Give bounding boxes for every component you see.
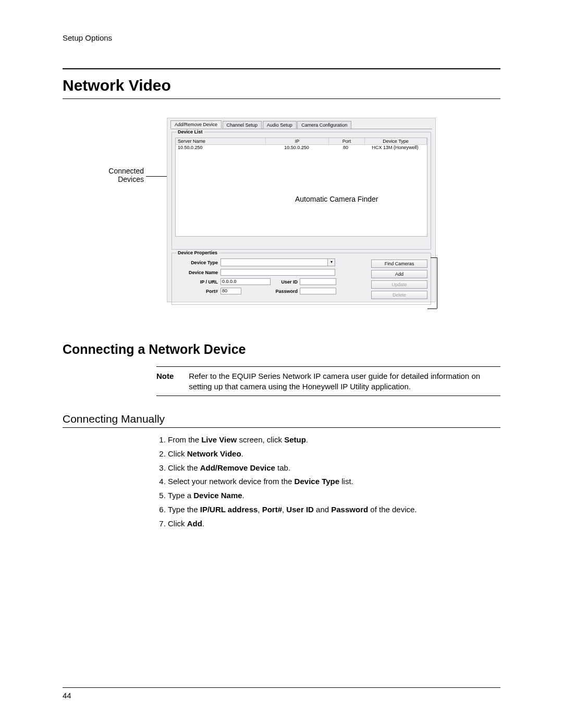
- label-device-type: Device Type: [175, 260, 221, 265]
- group-legend: Device List: [176, 129, 204, 134]
- cell-ip: 10.50.0.250: [265, 145, 328, 151]
- find-cameras-button[interactable]: Find Cameras: [371, 260, 427, 268]
- add-button[interactable]: Add: [371, 270, 427, 278]
- list-item: Click Add.: [168, 519, 500, 529]
- user-id-input[interactable]: [300, 278, 336, 285]
- label-ip-url: IP / URL: [175, 279, 221, 285]
- tab-camera-configuration[interactable]: Camera Configuration: [297, 121, 351, 129]
- page-footer: 44: [63, 687, 500, 700]
- properties-buttons: Find Cameras Add Update Delete: [371, 258, 427, 301]
- note-label: Note: [156, 371, 187, 381]
- steps-list: From the Live View screen, click Setup. …: [156, 435, 500, 528]
- device-list-group: Device List Server Name IP Port Device T…: [172, 132, 431, 250]
- delete-button[interactable]: Delete: [371, 291, 427, 299]
- device-list-table[interactable]: Server Name IP Port Device Type 10.50.0.…: [175, 138, 427, 237]
- col-ip[interactable]: IP: [266, 138, 329, 145]
- figure-area: Connected Devices Add/Remove Device Chan…: [63, 118, 500, 311]
- network-video-dialog: Add/Remove Device Channel Setup Audio Se…: [167, 118, 436, 302]
- list-item: Click the Add/Remove Device tab.: [168, 463, 500, 473]
- list-item: Select your network device from the Devi…: [168, 477, 500, 487]
- leader-line: [427, 309, 437, 309]
- leader-line: [437, 257, 437, 309]
- label-device-name: Device Name: [175, 270, 221, 275]
- properties-form: Device Type ▾ Device Name IP / URL 0.0.0…: [175, 258, 371, 301]
- tab-strip: Add/Remove Device Channel Setup Audio Se…: [167, 118, 435, 129]
- page-number: 44: [63, 691, 71, 700]
- cell-port: 80: [328, 145, 363, 151]
- page-header: Setup Options: [63, 33, 500, 42]
- leader-line: [431, 257, 437, 258]
- device-type-select[interactable]: ▾: [221, 258, 335, 266]
- tab-add-remove-device[interactable]: Add/Remove Device: [170, 120, 222, 128]
- section-heading: Connecting a Network Device: [63, 342, 500, 357]
- col-device-type[interactable]: Device Type: [365, 138, 427, 145]
- table-row[interactable]: 10.50.0.250 10.50.0.250 80 HCX 13M (Hone…: [176, 145, 427, 151]
- rule-under-title: [63, 98, 500, 99]
- device-name-input[interactable]: [221, 269, 335, 276]
- list-item: Type the IP/URL address, Port#, User ID …: [168, 505, 500, 515]
- note-text: Refer to the EQUIP Series Network IP cam…: [189, 371, 499, 391]
- label-password: Password: [271, 289, 300, 294]
- annotation-auto-camera-finder: Automatic Camera Finder: [295, 195, 378, 203]
- page-title: Network Video: [63, 77, 500, 94]
- col-server-name[interactable]: Server Name: [176, 138, 266, 145]
- ip-url-input[interactable]: 0.0.0.0: [221, 278, 271, 285]
- subsection-heading: Connecting Manually: [63, 413, 500, 428]
- label-port-num: Port#: [175, 289, 221, 294]
- device-properties-group: Device Properties Device Type ▾ Device N…: [172, 253, 431, 305]
- cell-server-name: 10.50.0.250: [176, 145, 265, 151]
- chevron-down-icon[interactable]: ▾: [327, 259, 335, 266]
- update-button[interactable]: Update: [371, 280, 427, 289]
- list-item: Click Network Video.: [168, 449, 500, 459]
- annotation-connected-devices: Connected Devices: [94, 167, 144, 183]
- table-header: Server Name IP Port Device Type: [176, 138, 427, 145]
- col-port[interactable]: Port: [329, 138, 365, 145]
- note-block: Note Refer to the EQUIP Series Network I…: [156, 366, 500, 396]
- tab-channel-setup[interactable]: Channel Setup: [223, 121, 262, 129]
- cell-device-type: HCX 13M (Honeywell): [363, 145, 427, 151]
- password-input[interactable]: [300, 288, 336, 294]
- tab-audio-setup[interactable]: Audio Setup: [263, 121, 297, 129]
- group-legend: Device Properties: [176, 250, 219, 255]
- annotation-text: Devices: [118, 175, 144, 183]
- port-input[interactable]: 80: [221, 288, 241, 294]
- annotation-text: Connected: [108, 167, 144, 175]
- list-item: From the Live View screen, click Setup.: [168, 435, 500, 445]
- rule-top: [63, 68, 500, 69]
- tab-underline: [170, 129, 432, 129]
- label-user-id: User ID: [271, 279, 300, 285]
- list-item: Type a Device Name.: [168, 491, 500, 501]
